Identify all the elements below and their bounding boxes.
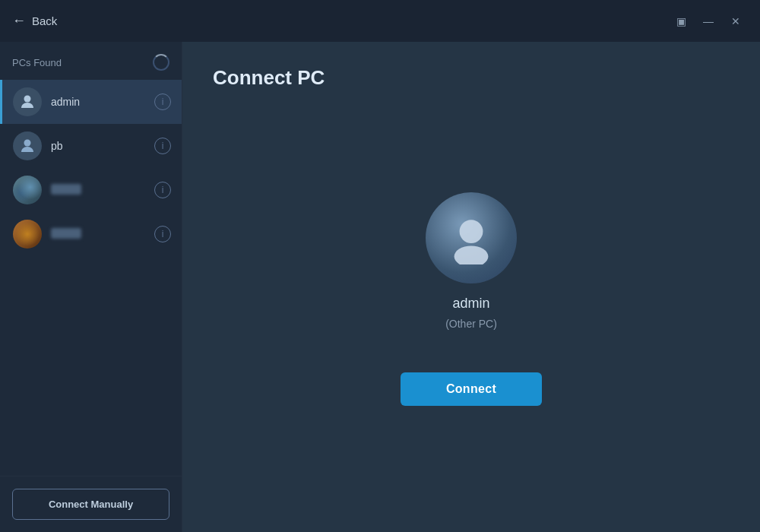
list-item[interactable]: admin i <box>0 80 182 124</box>
avatar <box>13 176 42 204</box>
sidebar: PCs Found admin i <box>0 42 182 532</box>
connect-button[interactable]: Connect <box>401 372 542 406</box>
pc-name <box>51 184 145 197</box>
selected-pc-name: admin <box>452 296 489 312</box>
minimize-button[interactable]: — <box>696 9 720 33</box>
app-window: ← Back ▣ — ✕ PCs Found <box>0 0 760 532</box>
info-button[interactable]: i <box>154 93 171 110</box>
close-icon: ✕ <box>731 15 740 27</box>
svg-point-3 <box>454 245 489 264</box>
back-button[interactable]: ← Back <box>12 13 57 29</box>
blurred-name <box>51 228 81 239</box>
svg-point-1 <box>24 140 31 147</box>
pc-list: admin i pb i <box>0 80 182 476</box>
close-button[interactable]: ✕ <box>724 9 748 33</box>
avatar <box>13 220 42 249</box>
pc-name: pb <box>51 140 145 152</box>
restore-icon: ▣ <box>676 15 686 27</box>
minimize-icon: — <box>703 15 714 27</box>
info-button[interactable]: i <box>154 182 171 198</box>
panel-center: admin (Other PC) Connect <box>213 90 730 508</box>
pc-name <box>51 228 145 241</box>
selected-pc-subtitle: (Other PC) <box>445 318 497 330</box>
restore-button[interactable]: ▣ <box>669 9 693 33</box>
svg-point-0 <box>24 96 31 103</box>
list-item[interactable]: i <box>0 168 182 212</box>
blurred-name <box>51 184 81 195</box>
back-arrow-icon: ← <box>12 13 26 29</box>
info-button[interactable]: i <box>154 226 171 242</box>
sidebar-title: PCs Found <box>12 57 62 68</box>
avatar <box>13 87 42 116</box>
loading-icon <box>153 54 169 71</box>
sidebar-footer: Connect Manually <box>0 476 182 532</box>
back-label: Back <box>32 14 57 27</box>
info-button[interactable]: i <box>154 138 171 154</box>
svg-point-2 <box>460 220 483 243</box>
avatar <box>13 131 42 160</box>
list-item[interactable]: pb i <box>0 124 182 168</box>
right-panel: Connect PC admin (Other PC) Connect <box>182 42 760 532</box>
window-controls: ▣ — ✕ <box>669 9 748 33</box>
main-content: PCs Found admin i <box>0 42 760 532</box>
panel-title: Connect PC <box>213 66 730 90</box>
list-item[interactable]: i <box>0 212 182 256</box>
pc-name: admin <box>51 96 145 108</box>
connect-manually-button[interactable]: Connect Manually <box>12 489 169 520</box>
sidebar-header: PCs Found <box>0 42 182 80</box>
selected-avatar <box>426 192 517 283</box>
title-bar: ← Back ▣ — ✕ <box>0 0 760 42</box>
